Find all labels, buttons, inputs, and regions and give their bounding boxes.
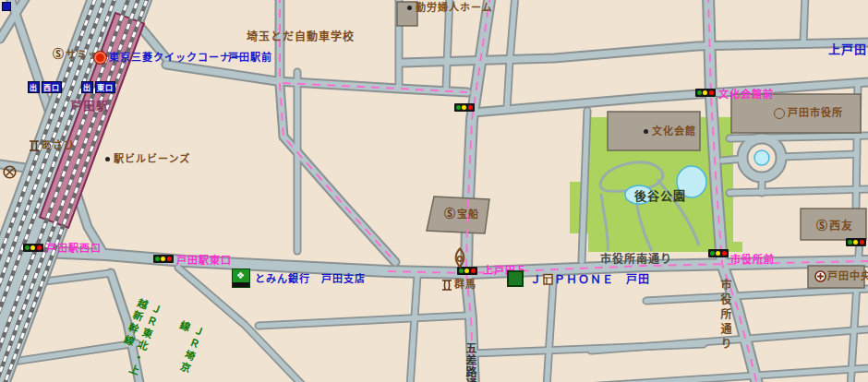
label-driving-school: 埼玉とだ自動車学校 <box>247 31 355 42</box>
city-hall-icon <box>774 108 785 119</box>
label-gosaro-dori: 五差路通り <box>464 342 476 382</box>
green-building-marker-icon <box>507 270 524 287</box>
label-toda-station-west: 戸田駅西口 <box>46 244 102 254</box>
exit-icon: 出 <box>81 81 93 93</box>
east-exit-label: 東口 <box>95 81 115 93</box>
supermarket-icon: Ⓢ <box>444 208 456 221</box>
label-tomin-bank: とみん銀行 戸田支店 <box>255 274 366 284</box>
supermarket-icon: Ⓢ <box>53 48 65 61</box>
label-gunma: 群馬 <box>454 280 476 290</box>
traffic-signal-east-edge <box>846 238 866 246</box>
poi-dot-icon <box>105 157 110 161</box>
spiral-shell-icon <box>452 247 467 269</box>
station-exit-west: 出 西口 <box>28 81 62 93</box>
label-toda-city-hall: 戸田市役所 <box>788 108 843 118</box>
station-exit-east: 出 東口 <box>81 81 115 93</box>
bank-icon-gunma <box>441 279 452 292</box>
traffic-signal-mid <box>454 103 475 112</box>
label-shiyakusho-mae: 市役所前 <box>730 255 775 265</box>
label-workers-womens-home: 勤労婦人ホーム <box>416 3 493 13</box>
label-toda-chuo: 戸田中央 <box>827 271 868 281</box>
traffic-signal-toda-west <box>23 244 43 252</box>
jphone-j: Ｊ <box>530 274 542 285</box>
label-mitsubishi-quick-corner: 東京三菱クイックコーナー <box>109 53 242 63</box>
traffic-signal-shiyakusho-mae <box>708 249 729 257</box>
traffic-signal-bunkakaikan-mae <box>695 89 716 97</box>
tomin-bank-logo-icon: ❖ <box>232 269 250 288</box>
label-station-front: 戸田駅前 <box>228 53 272 63</box>
label-kamitoda: 上戸田 <box>828 43 867 55</box>
label-bunkakaikan-mae: 文化会館前 <box>718 90 774 100</box>
west-exit-label: 西口 <box>42 81 62 93</box>
jphone-rest: ＰＨＯＮＥ 戸田 <box>554 274 650 285</box>
label-shiyakusho-dori: 市役所通り <box>719 279 730 352</box>
label-station-beans: 駅ビルビーンズ <box>114 154 190 164</box>
exit-icon: 出 <box>28 81 40 93</box>
hospital-icon <box>814 270 826 282</box>
poi-dot-icon <box>644 129 648 134</box>
label-toda-station: 戸田駅 <box>70 100 109 112</box>
crossed-circle-icon <box>3 165 17 179</box>
map-canvas[interactable]: 出 西口 出 東口 Ⓢサミット 東京三菱クイックコーナー 戸田駅前 戸田駅 あさ… <box>0 0 868 382</box>
traffic-signal-toda-east <box>153 255 174 263</box>
fountain-pond <box>754 150 769 165</box>
corner-marker-icon <box>2 2 11 11</box>
label-jphone-toda: Ｊ ＰＨＯＮＥ 戸田 <box>530 273 650 285</box>
supermarket-icon: Ⓢ <box>816 220 828 233</box>
label-asahi: あさひ <box>42 140 75 150</box>
label-toda-station-east: 戸田駅東口 <box>176 256 232 266</box>
label-shiyakusho-minami-dori: 市役所南通り <box>600 254 672 265</box>
mitsubishi-rosette-icon <box>93 51 107 65</box>
label-takarabune: Ⓢ宝船 <box>444 209 479 220</box>
label-ushirodani-park: 後谷公園 <box>634 190 686 202</box>
poi-dot-icon <box>407 6 412 10</box>
shop-icon <box>543 273 553 285</box>
label-seiyu: Ⓢ西友 <box>816 221 853 232</box>
label-bunka-kaikan: 文化会館 <box>652 126 696 137</box>
bank-icon-asahi <box>29 139 40 152</box>
